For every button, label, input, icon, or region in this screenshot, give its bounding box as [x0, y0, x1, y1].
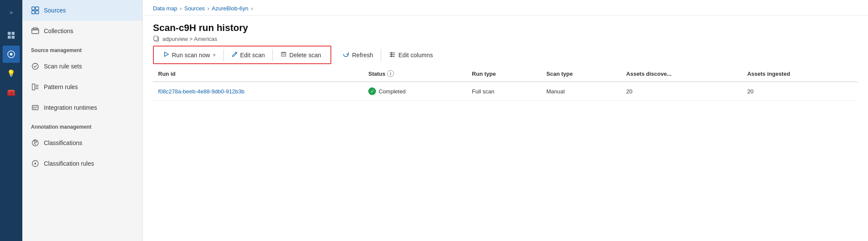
breadcrumb-sources[interactable]: Sources	[184, 5, 205, 12]
nav-classifications[interactable]: Classifications	[22, 133, 142, 153]
delete-scan-label: Delete scan	[289, 52, 321, 59]
svg-point-5	[10, 53, 12, 56]
nav-pattern-rules[interactable]: Pattern rules	[22, 77, 142, 97]
copy-icon	[153, 35, 160, 42]
status-label: Completed	[379, 88, 406, 95]
nav-classification-rules[interactable]: Classification rules	[22, 153, 142, 174]
svg-rect-27	[281, 53, 286, 56]
status-dot: ✓	[368, 87, 376, 95]
edit-columns-button[interactable]: Edit columns	[383, 48, 439, 62]
edit-columns-icon	[389, 51, 396, 59]
nav-sources[interactable]: Sources	[22, 0, 142, 21]
insights-nav-icon[interactable]: 💡	[3, 65, 20, 82]
svg-rect-9	[36, 11, 39, 14]
svg-rect-8	[32, 11, 35, 14]
col-scan-type: Scan type	[541, 66, 621, 82]
svg-rect-2	[8, 36, 11, 39]
cell-scan-type: Manual	[541, 82, 621, 101]
nav-integration-runtimes[interactable]: Integration runtimes	[22, 97, 142, 118]
cell-run-type: Full scan	[467, 82, 541, 101]
svg-point-23	[34, 163, 36, 164]
toolbar-divider-2	[272, 49, 273, 61]
toolbar-unboxed: Refresh Edit columns	[336, 48, 439, 62]
toolbar-area: Run scan now ∨ Edit scan	[143, 46, 868, 64]
integration-runtimes-icon	[31, 103, 40, 112]
breadcrumb-sep-2: ›	[207, 5, 209, 12]
cell-assets-discovered: 20	[621, 82, 742, 101]
toolbar-divider-3	[381, 49, 381, 61]
annotation-management-label: Annotation management	[22, 118, 142, 133]
col-status: Status i	[363, 66, 467, 82]
nav-collections[interactable]: Collections	[22, 21, 142, 41]
nav-scan-rule-sets[interactable]: Scan rule sets	[22, 56, 142, 77]
edit-columns-label: Edit columns	[398, 52, 433, 59]
page-subtitle: adpurview > Americas	[153, 35, 858, 42]
sources-nav-icon[interactable]	[3, 46, 20, 63]
status-info-icon[interactable]: i	[387, 70, 394, 77]
tools-nav-icon[interactable]: 🧰	[3, 83, 20, 101]
svg-rect-11	[33, 28, 37, 29]
svg-rect-17	[32, 105, 38, 110]
cell-status: ✓ Completed	[363, 82, 467, 101]
collections-icon	[31, 27, 40, 35]
svg-rect-25	[154, 36, 158, 40]
expand-collapse-btn[interactable]: »	[3, 3, 20, 21]
run-scan-now-button[interactable]: Run scan now ∨	[157, 48, 222, 62]
nav-classifications-label: Classifications	[44, 139, 82, 146]
nav-integration-runtimes-label: Integration runtimes	[44, 104, 97, 111]
edit-scan-button[interactable]: Edit scan	[226, 48, 271, 62]
status-badge: ✓ Completed	[368, 87, 462, 95]
delete-scan-button[interactable]: Delete scan	[275, 48, 327, 62]
col-assets-discovered: Assets discove...	[621, 66, 742, 82]
classifications-icon	[31, 139, 40, 147]
runs-table: Run id Status i Run type Scan type	[153, 66, 858, 101]
toolbar-boxed: Run scan now ∨ Edit scan	[153, 46, 331, 64]
svg-point-20	[35, 108, 36, 109]
classification-rules-icon	[31, 159, 40, 168]
nav-scan-rule-sets-label: Scan rule sets	[44, 63, 82, 70]
svg-rect-10	[32, 29, 39, 34]
left-nav: Sources Collections Source management Sc…	[22, 0, 143, 241]
edit-scan-label: Edit scan	[240, 52, 265, 59]
icon-sidebar: » 💡 🧰	[0, 0, 22, 241]
breadcrumb-sep-1: ›	[180, 5, 181, 12]
nav-collections-label: Collections	[44, 28, 73, 34]
run-scan-icon	[163, 51, 169, 59]
delete-scan-icon	[281, 51, 287, 59]
svg-rect-13	[32, 84, 35, 90]
svg-rect-1	[12, 32, 15, 35]
svg-marker-26	[165, 52, 168, 56]
source-management-label: Source management	[22, 41, 142, 56]
refresh-button[interactable]: Refresh	[336, 48, 379, 62]
pattern-rules-icon	[31, 83, 40, 91]
table-container: Run id Status i Run type Scan type	[143, 66, 868, 241]
nav-classification-rules-label: Classification rules	[44, 160, 94, 167]
breadcrumb-sep-3: ›	[251, 5, 253, 12]
run-scan-now-label: Run scan now	[172, 52, 210, 59]
col-run-type: Run type	[467, 66, 541, 82]
breadcrumb-azureblob[interactable]: AzureBlob-6yn	[212, 5, 248, 12]
breadcrumb-datamap[interactable]: Data map	[153, 5, 177, 12]
scan-rule-sets-icon	[31, 62, 40, 71]
page-title: Scan-c9H run history	[153, 22, 858, 34]
cell-run-id: f08c278a-beeb-4e88-9db0-912b3b	[153, 82, 363, 101]
run-id-link[interactable]: f08c278a-beeb-4e88-9db0-912b3b	[158, 88, 245, 95]
svg-rect-0	[8, 32, 11, 35]
svg-rect-3	[12, 36, 15, 39]
svg-point-19	[33, 108, 34, 109]
breadcrumb: Data map › Sources › AzureBlob-6yn ›	[143, 0, 868, 15]
table-row: f08c278a-beeb-4e88-9db0-912b3b ✓ Complet…	[153, 82, 858, 101]
cell-assets-ingested: 20	[742, 82, 858, 101]
page-subtitle-text: adpurview > Americas	[162, 36, 217, 42]
svg-point-12	[32, 63, 38, 69]
refresh-label: Refresh	[352, 52, 373, 59]
col-run-id: Run id	[153, 66, 363, 82]
col-assets-ingested: Assets ingested	[742, 66, 858, 82]
nav-sources-label: Sources	[44, 7, 66, 14]
edit-scan-icon	[232, 51, 238, 59]
datamap-nav-icon[interactable]	[3, 27, 20, 44]
svg-rect-6	[32, 7, 35, 10]
page-header: Scan-c9H run history adpurview > America…	[143, 15, 868, 46]
main-content: Data map › Sources › AzureBlob-6yn › Sca…	[143, 0, 868, 241]
refresh-icon	[342, 51, 349, 59]
